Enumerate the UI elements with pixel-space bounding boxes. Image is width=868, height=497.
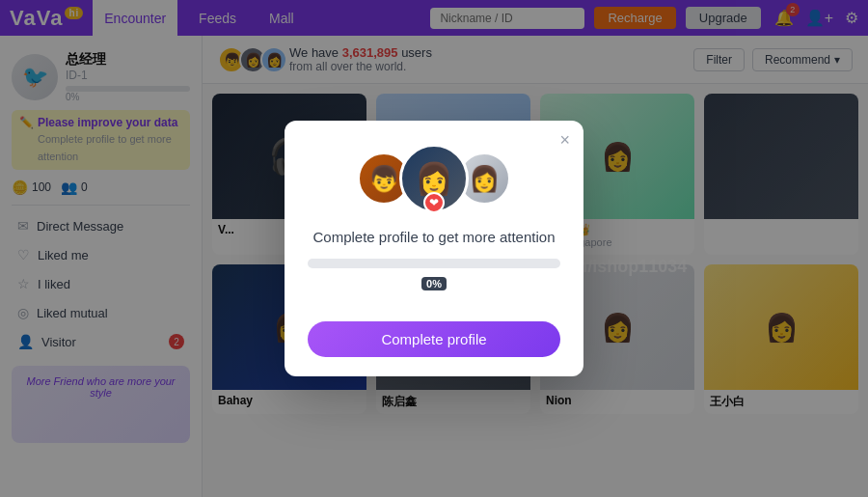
heart-badge: ❤: [423, 192, 445, 213]
modal-avatars: 👦 👩 👩 ❤: [308, 144, 560, 213]
modal-progress-label: 0%: [421, 277, 447, 290]
complete-profile-button[interactable]: Complete profile: [308, 321, 560, 357]
modal-title: Complete profile to get more attention: [308, 229, 560, 245]
modal-progress-wrap: [308, 259, 560, 268]
modal: × 👦 👩 👩 ❤ Complete profile to get more a…: [285, 121, 583, 376]
modal-close-button[interactable]: ×: [559, 130, 570, 151]
modal-overlay[interactable]: × 👦 👩 👩 ❤ Complete profile to get more a…: [0, 0, 868, 497]
